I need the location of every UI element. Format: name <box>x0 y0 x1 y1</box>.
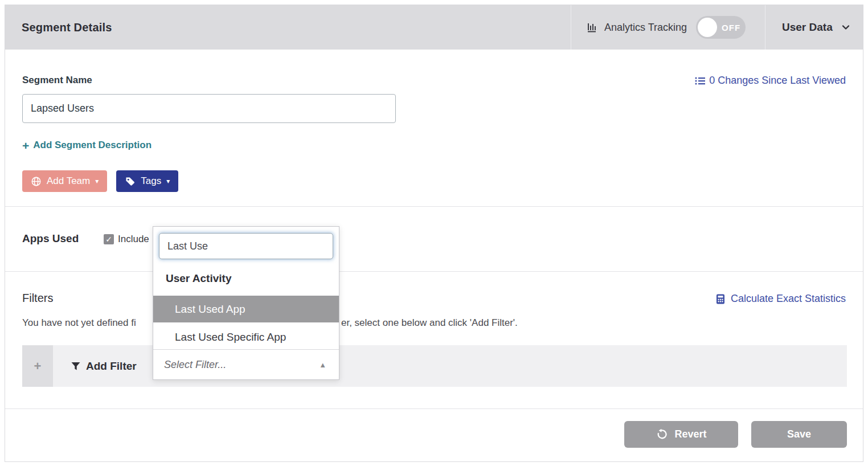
add-description-label: Add Segment Description <box>33 140 152 151</box>
team-tags-row: Add Team ▾ Tags ▾ <box>22 170 178 192</box>
revert-label: Revert <box>674 428 706 440</box>
analytics-tracking-group: Analytics Tracking OFF <box>586 5 746 50</box>
section-divider <box>5 206 863 207</box>
plus-icon: + <box>22 141 29 150</box>
tag-icon <box>125 176 136 187</box>
option-label: Last Used App <box>175 303 245 316</box>
add-filter-bar: + Add Filter <box>22 345 847 387</box>
toggle-knob <box>698 18 717 37</box>
filter-option-last-used-specific-app[interactable]: Last Used Specific App <box>153 324 339 350</box>
analytics-tracking-toggle[interactable]: OFF <box>696 16 746 39</box>
select-filter-placeholder: Select Filter... <box>164 359 226 371</box>
caret-up-icon: ▲ <box>319 361 326 369</box>
filter-option-last-used-app[interactable]: Last Used App <box>153 296 339 322</box>
save-label: Save <box>787 428 811 440</box>
bar-chart-icon <box>586 21 599 34</box>
add-segment-description-link[interactable]: + Add Segment Description <box>22 140 152 151</box>
changes-link-label: 0 Changes Since Last Viewed <box>709 75 846 87</box>
calculate-exact-statistics-link[interactable]: Calculate Exact Statistics <box>715 293 846 305</box>
apps-used-label: Apps Used <box>22 232 79 245</box>
header-bar: Segment Details Analytics Tracking OFF U… <box>5 5 863 50</box>
caret-down-icon: ▾ <box>95 178 99 185</box>
segment-details-card: Segment Details Analytics Tracking OFF U… <box>5 5 863 462</box>
filter-select-dropdown: User Activity Last Used App Last Used Sp… <box>153 226 339 380</box>
header-divider <box>765 5 765 50</box>
tags-label: Tags <box>141 175 161 187</box>
filters-description-right: er, select one below and click 'Add Filt… <box>341 317 518 329</box>
add-team-button[interactable]: Add Team ▾ <box>22 170 107 192</box>
page-title: Segment Details <box>22 5 112 50</box>
toggle-state-label: OFF <box>722 16 740 39</box>
select-filter-control[interactable]: Select Filter... ▲ <box>153 349 339 379</box>
chevron-down-icon <box>841 22 851 32</box>
filters-description-left: You have not yet defined fi <box>22 317 136 329</box>
filter-group-label: User Activity <box>166 272 231 285</box>
list-icon <box>694 75 706 87</box>
add-filter-plus-button[interactable]: + <box>22 345 53 387</box>
add-team-label: Add Team <box>47 175 90 187</box>
option-label: Last Used Specific App <box>175 331 286 344</box>
user-data-menu[interactable]: User Data <box>782 5 851 50</box>
segment-name-label: Segment Name <box>22 75 92 86</box>
segment-name-input[interactable] <box>22 94 396 123</box>
footer-divider <box>5 408 863 409</box>
user-data-label: User Data <box>782 21 833 34</box>
tags-button[interactable]: Tags ▾ <box>116 170 178 192</box>
plus-icon: + <box>34 359 42 374</box>
check-icon: ✓ <box>105 235 112 244</box>
calculator-icon <box>715 293 726 305</box>
revert-button[interactable]: Revert <box>624 421 738 448</box>
add-filter-label: Add Filter <box>86 360 137 373</box>
include-checkbox[interactable]: ✓ <box>104 234 114 244</box>
filter-search-input[interactable] <box>159 233 333 259</box>
caret-down-icon: ▾ <box>166 178 170 185</box>
undo-icon <box>656 428 668 440</box>
analytics-tracking-label: Analytics Tracking <box>604 22 687 34</box>
include-label: Include <box>118 234 149 245</box>
changes-since-last-viewed-link[interactable]: 0 Changes Since Last Viewed <box>694 75 846 87</box>
add-filter-button[interactable]: Add Filter <box>70 345 137 387</box>
calculate-link-label: Calculate Exact Statistics <box>731 293 846 305</box>
section-divider <box>5 271 863 272</box>
filters-heading: Filters <box>22 292 53 305</box>
globe-icon <box>31 176 42 187</box>
funnel-icon <box>70 361 81 372</box>
header-divider <box>571 5 571 50</box>
save-button[interactable]: Save <box>751 421 847 448</box>
